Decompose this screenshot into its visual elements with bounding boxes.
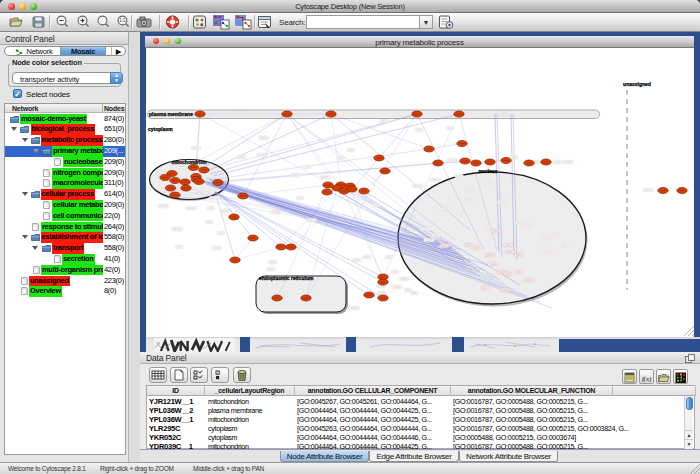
svg-text:1:1: 1:1 — [119, 18, 126, 23]
svg-text:unassigned: unassigned — [623, 81, 651, 87]
svg-text:cytoplasm: cytoplasm — [148, 126, 173, 132]
svg-text:endoplasmic reticulum: endoplasmic reticulum — [259, 275, 314, 281]
svg-text:plasma membrane: plasma membrane — [149, 111, 193, 117]
svg-text:mitochondrion: mitochondrion — [172, 159, 207, 165]
svg-text:nucleus: nucleus — [479, 168, 498, 174]
svg-text:f(x): f(x) — [642, 375, 652, 383]
